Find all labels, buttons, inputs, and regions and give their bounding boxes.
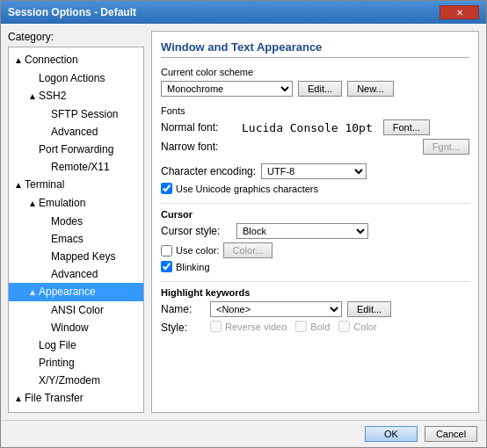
- tree-item-file-transfer[interactable]: ▲File Transfer: [9, 389, 143, 408]
- title-bar: Session Options - Default ✕: [1, 1, 486, 24]
- ok-button[interactable]: OK: [365, 426, 418, 442]
- tree-item-label: Appearance: [39, 285, 96, 298]
- expander-icon: ▲: [12, 391, 25, 407]
- fonts-group: Fonts Normal font: Lucida Console 10pt F…: [161, 105, 469, 155]
- cursor-group: Cursor Cursor style: Block Underline Bea…: [161, 209, 469, 272]
- tree-item-mapped-keys[interactable]: Mapped Keys: [9, 248, 143, 265]
- encoding-label: Character encoding:: [161, 165, 256, 177]
- tree-item-label: Terminal: [25, 178, 64, 191]
- expander-icon: ▲: [26, 89, 39, 105]
- tree-item-label: Log File: [39, 339, 76, 351]
- tree-item-label: ANSI Color: [51, 304, 104, 316]
- color-button[interactable]: Color...: [223, 242, 273, 258]
- highlight-group: Highlight keywords Name: <None> Edit... …: [161, 287, 469, 335]
- reverse-video-checkbox[interactable]: [210, 321, 222, 332]
- cursor-label: Cursor: [161, 209, 469, 220]
- tree-item-label: Port Forwarding: [39, 143, 113, 155]
- tree-item-term-advanced[interactable]: Advanced: [9, 265, 143, 283]
- tree-item-label: Logon Actions: [39, 72, 105, 84]
- tree-item-emacs[interactable]: Emacs: [9, 230, 143, 248]
- new-color-scheme-button[interactable]: New...: [347, 81, 394, 97]
- color-scheme-label: Current color scheme: [161, 67, 469, 77]
- color-keyword-label: Color: [353, 322, 376, 332]
- unicode-checkbox[interactable]: [161, 183, 172, 194]
- dialog-body: Category: ▲ConnectionLogon Actions▲SSH2S…: [1, 24, 486, 420]
- dialog-title: Session Options - Default: [8, 6, 136, 18]
- highlight-name-label: Name:: [161, 303, 205, 315]
- tree-item-terminal[interactable]: ▲Terminal: [9, 176, 143, 194]
- tree-item-label: File Transfer: [25, 392, 84, 404]
- keyword-select[interactable]: <None>: [210, 301, 342, 317]
- tree-item-label: SFTP Session: [51, 108, 118, 120]
- close-button[interactable]: ✕: [440, 5, 479, 19]
- color-keyword-checkbox[interactable]: [338, 321, 350, 332]
- tree-item-ftp-sftp[interactable]: FTP/SFTP: [9, 408, 143, 413]
- color-scheme-select[interactable]: Monochrome White/Black Black/White: [161, 81, 293, 97]
- unicode-label: Use Unicode graphics characters: [176, 184, 318, 194]
- tree-item-xyz-modem[interactable]: X/Y/Zmodem: [9, 372, 143, 389]
- bold-label: Bold: [310, 322, 330, 332]
- use-color-label: Use color:: [176, 245, 220, 256]
- tree-item-connection[interactable]: ▲Connection: [9, 51, 143, 69]
- tree-item-label: Modes: [51, 215, 83, 228]
- highlight-label: Highlight keywords: [161, 287, 469, 298]
- tree-item-label: X/Y/Zmodem: [39, 374, 100, 387]
- tree-item-label: Window: [51, 322, 89, 334]
- style-label: Style:: [161, 322, 205, 334]
- font-button[interactable]: Font...: [383, 119, 430, 135]
- dialog-footer: OK Cancel: [1, 420, 486, 447]
- content-panel: Window and Text Appearance Current color…: [151, 31, 479, 413]
- tree-item-printing[interactable]: Printing: [9, 354, 143, 372]
- tree-item-log-file[interactable]: Log File: [9, 336, 143, 354]
- bold-checkbox[interactable]: [295, 321, 307, 332]
- tree-item-label: Printing: [39, 357, 75, 369]
- tree-item-ansi-color[interactable]: ANSI Color: [9, 301, 143, 319]
- tree-item-remote-x11[interactable]: Remote/X11: [9, 158, 143, 176]
- category-tree: ▲ConnectionLogon Actions▲SSH2SFTP Sessio…: [8, 47, 144, 413]
- narrow-font-label: Narrow font:: [161, 141, 231, 153]
- expander-icon: ▲: [12, 177, 25, 193]
- tree-item-ssh2-advanced[interactable]: Advanced: [9, 123, 143, 141]
- expander-icon: ▲: [26, 196, 39, 212]
- dialog: Session Options - Default ✕ Category: ▲C…: [0, 0, 487, 448]
- category-panel: Category: ▲ConnectionLogon Actions▲SSH2S…: [8, 31, 144, 413]
- blinking-checkbox[interactable]: [161, 261, 172, 272]
- blinking-label: Blinking: [176, 262, 210, 272]
- tree-item-window[interactable]: Window: [9, 319, 143, 336]
- tree-item-logon-actions[interactable]: Logon Actions: [9, 69, 143, 87]
- tree-item-label: SSH2: [39, 90, 66, 102]
- tree-item-label: Mapped Keys: [51, 250, 115, 263]
- tree-item-sftp-session[interactable]: SFTP Session: [9, 105, 143, 123]
- tree-item-port-forwarding[interactable]: Port Forwarding: [9, 141, 143, 158]
- tree-item-ssh2[interactable]: ▲SSH2: [9, 87, 143, 105]
- fonts-label: Fonts: [161, 105, 469, 116]
- tree-item-modes[interactable]: Modes: [9, 213, 143, 230]
- tree-item-label: Advanced: [51, 126, 98, 138]
- expander-icon: ▲: [12, 53, 25, 69]
- tree-item-emulation[interactable]: ▲Emulation: [9, 194, 143, 213]
- use-color-checkbox[interactable]: [161, 245, 172, 257]
- cursor-style-select[interactable]: Block Underline Beam: [236, 223, 368, 239]
- expander-icon: ▲: [26, 285, 39, 300]
- encoding-group: Character encoding: UTF-8 ISO-8859-1 ASC…: [161, 163, 469, 194]
- color-scheme-group: Current color scheme Monochrome White/Bl…: [161, 67, 469, 97]
- tree-item-label: Connection: [25, 54, 78, 66]
- tree-item-label: Remote/X11: [51, 161, 110, 173]
- edit-keyword-button[interactable]: Edit...: [347, 301, 391, 317]
- encoding-select[interactable]: UTF-8 ISO-8859-1 ASCII: [261, 163, 367, 179]
- category-label: Category:: [8, 31, 144, 43]
- tree-item-appearance[interactable]: ▲Appearance: [9, 283, 143, 301]
- edit-color-scheme-button[interactable]: Edit...: [298, 81, 342, 97]
- tree-item-label: Advanced: [51, 268, 98, 280]
- cancel-button[interactable]: Cancel: [425, 426, 477, 442]
- tree-item-label: Emulation: [39, 197, 85, 209]
- reverse-video-label: Reverse video: [225, 322, 287, 332]
- normal-font-value: Lucida Console 10pt: [242, 121, 373, 134]
- tree-item-label: FTP/SFTP: [39, 410, 89, 413]
- fgnt-button[interactable]: Fgnt...: [423, 139, 469, 155]
- section-title: Window and Text Appearance: [161, 40, 469, 58]
- normal-font-label: Normal font:: [161, 121, 231, 134]
- tree-item-label: Emacs: [51, 233, 84, 245]
- cursor-style-label: Cursor style:: [161, 225, 231, 237]
